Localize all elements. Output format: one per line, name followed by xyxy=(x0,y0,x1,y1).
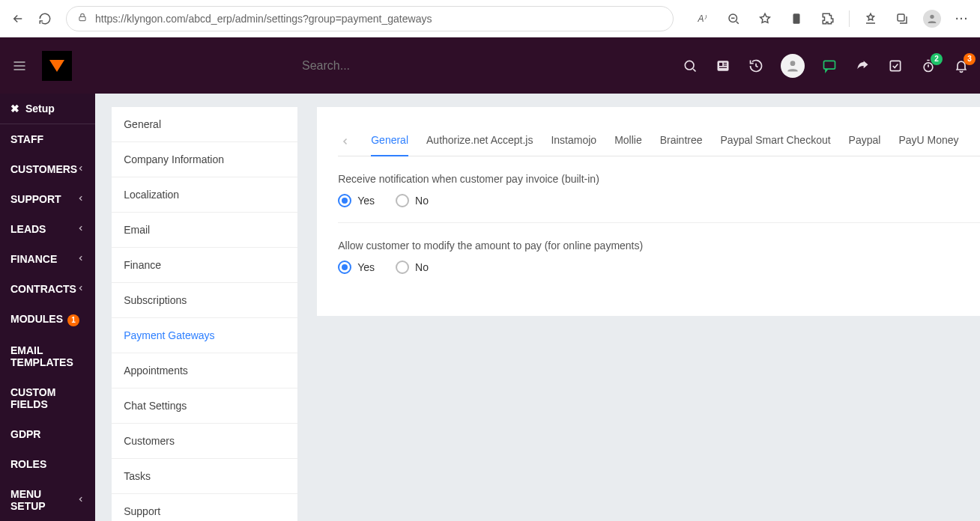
sidebar-item[interactable]: STAFF xyxy=(0,124,95,154)
menu-toggle-icon[interactable] xyxy=(10,58,28,73)
stopwatch-icon[interactable]: 2 xyxy=(920,58,937,74)
bell-icon[interactable]: 3 xyxy=(953,58,970,74)
svg-rect-6 xyxy=(718,61,729,70)
sidebar-item[interactable]: LEADS xyxy=(0,214,95,244)
sidebar-item[interactable]: CONTRACTS xyxy=(0,274,95,304)
setting-modify-label: Allow customer to modify the amount to p… xyxy=(338,240,980,252)
settings-nav-item[interactable]: Support xyxy=(112,494,297,521)
radio-label: Yes xyxy=(357,261,375,273)
sidebar-item-label: MENU SETUP xyxy=(10,488,77,512)
read-aloud-icon[interactable]: A⁾ xyxy=(692,8,713,29)
tab[interactable]: Paypal xyxy=(849,127,881,156)
sidebar-header[interactable]: ✖ Setup xyxy=(0,94,95,124)
sidebar-item[interactable]: ROLES xyxy=(0,449,95,479)
news-icon[interactable] xyxy=(715,58,731,74)
extension-icon[interactable] xyxy=(817,8,838,29)
favorite-icon[interactable] xyxy=(754,8,775,29)
radio-label: No xyxy=(415,261,429,273)
sidebar-item-label: CUSTOM FIELDS xyxy=(10,386,85,410)
bell-badge: 3 xyxy=(964,53,976,65)
chat-icon[interactable] xyxy=(821,58,838,74)
chevron-left-icon xyxy=(77,164,85,174)
sidebar-item[interactable]: MENU SETUP xyxy=(0,479,95,521)
notify-yes-radio[interactable]: Yes xyxy=(338,194,375,207)
app-logo[interactable] xyxy=(42,51,72,81)
sidebar-item-label: LEADS xyxy=(10,223,46,235)
tab[interactable]: Braintree xyxy=(660,127,703,156)
modify-yes-radio[interactable]: Yes xyxy=(338,260,375,274)
user-avatar[interactable] xyxy=(781,54,805,78)
sidebar-item[interactable]: CUSTOMERS xyxy=(0,154,95,184)
profile-icon[interactable] xyxy=(923,10,941,28)
sidebar-item[interactable]: EMAIL TEMPLATES xyxy=(0,335,95,377)
sidebar-item[interactable]: SUPPORT xyxy=(0,184,95,214)
tab[interactable]: PayU Money xyxy=(898,127,958,156)
tab[interactable]: Mollie xyxy=(614,127,642,156)
settings-nav-item[interactable]: Customers xyxy=(112,424,297,459)
sidebar-item-label: FINANCE xyxy=(10,253,57,265)
svg-rect-10 xyxy=(719,67,727,67)
svg-rect-0 xyxy=(79,16,85,20)
browser-right-icons: A⁾ ··· xyxy=(692,8,973,29)
settings-nav: GeneralCompany InformationLocalizationEm… xyxy=(112,107,297,521)
sidebar-item-label: CONTRACTS xyxy=(10,283,76,295)
collections-icon[interactable] xyxy=(892,8,913,29)
more-icon[interactable]: ··· xyxy=(952,8,973,29)
chevron-left-icon xyxy=(77,224,85,234)
settings-nav-item[interactable]: Localization xyxy=(112,177,297,213)
refresh-button[interactable] xyxy=(34,8,55,29)
settings-nav-item[interactable]: Subscriptions xyxy=(112,283,297,318)
tab-scroll-right[interactable] xyxy=(977,137,980,146)
share-icon[interactable] xyxy=(854,58,871,74)
settings-nav-item[interactable]: Appointments xyxy=(112,353,297,389)
svg-rect-9 xyxy=(724,64,727,65)
sidebar-item[interactable]: CUSTOM FIELDS xyxy=(0,377,95,419)
sidebar-item[interactable]: MODULES1 xyxy=(0,304,95,335)
svg-rect-3 xyxy=(898,14,904,21)
app-topbar: 2 3 xyxy=(0,37,980,94)
tab[interactable]: Authorize.net Accept.js xyxy=(426,127,533,156)
settings-nav-item[interactable]: Company Information xyxy=(112,142,297,177)
setting-modify: Allow customer to modify the amount to p… xyxy=(338,223,980,289)
setting-notify-label: Receive notification when customer pay i… xyxy=(338,173,980,185)
favorites-list-icon[interactable] xyxy=(860,8,881,29)
settings-nav-item[interactable]: Finance xyxy=(112,248,297,283)
sidebar-item-label: CUSTOMERS xyxy=(10,163,77,175)
tab[interactable]: General xyxy=(371,127,408,156)
modify-no-radio[interactable]: No xyxy=(396,260,429,274)
settings-nav-item[interactable]: General xyxy=(112,107,297,142)
back-button[interactable] xyxy=(7,8,28,29)
search-icon[interactable] xyxy=(682,58,698,74)
sidebar-item[interactable]: FINANCE xyxy=(0,244,95,274)
sidebar-item-label: MODULES1 xyxy=(10,313,79,326)
svg-point-5 xyxy=(685,61,694,70)
settings-nav-item[interactable]: Email xyxy=(112,213,297,248)
sidebar-badge: 1 xyxy=(67,314,79,326)
tab-scroll-left[interactable] xyxy=(338,137,353,146)
notify-no-radio[interactable]: No xyxy=(396,194,429,207)
chevron-left-icon xyxy=(77,495,85,505)
history-icon[interactable] xyxy=(748,58,764,74)
settings-panel: GeneralAuthorize.net Accept.jsInstamojoM… xyxy=(317,107,980,316)
sidebar-item-label: SUPPORT xyxy=(10,193,61,205)
zoom-out-icon[interactable] xyxy=(723,8,744,29)
task-check-icon[interactable] xyxy=(887,58,904,74)
sidebar-item-label: EMAIL TEMPLATES xyxy=(10,344,85,368)
svg-rect-7 xyxy=(719,62,722,65)
sidebar-item-label: STAFF xyxy=(10,133,43,145)
sidebar: ✖ Setup STAFFCUSTOMERSSUPPORTLEADSFINANC… xyxy=(0,94,95,521)
tablet-icon[interactable] xyxy=(786,8,807,29)
lock-icon xyxy=(77,12,88,25)
tab[interactable]: Instamojo xyxy=(551,127,596,156)
settings-nav-item[interactable]: Chat Settings xyxy=(112,389,297,424)
tab[interactable]: Paypal Smart Checkout xyxy=(721,127,831,156)
svg-rect-2 xyxy=(793,13,800,24)
search-input[interactable] xyxy=(302,59,452,73)
settings-nav-item[interactable]: Payment Gateways xyxy=(112,318,297,353)
tab-bar: GeneralAuthorize.net Accept.jsInstamojoM… xyxy=(338,127,980,156)
content-area: GeneralCompany InformationLocalizationEm… xyxy=(95,94,980,521)
logo-triangle-icon xyxy=(49,60,64,72)
sidebar-item[interactable]: GDPR xyxy=(0,419,95,449)
address-bar[interactable]: https://klyngon.com/abcd_erp/admin/setti… xyxy=(66,6,674,31)
settings-nav-item[interactable]: Tasks xyxy=(112,459,297,494)
